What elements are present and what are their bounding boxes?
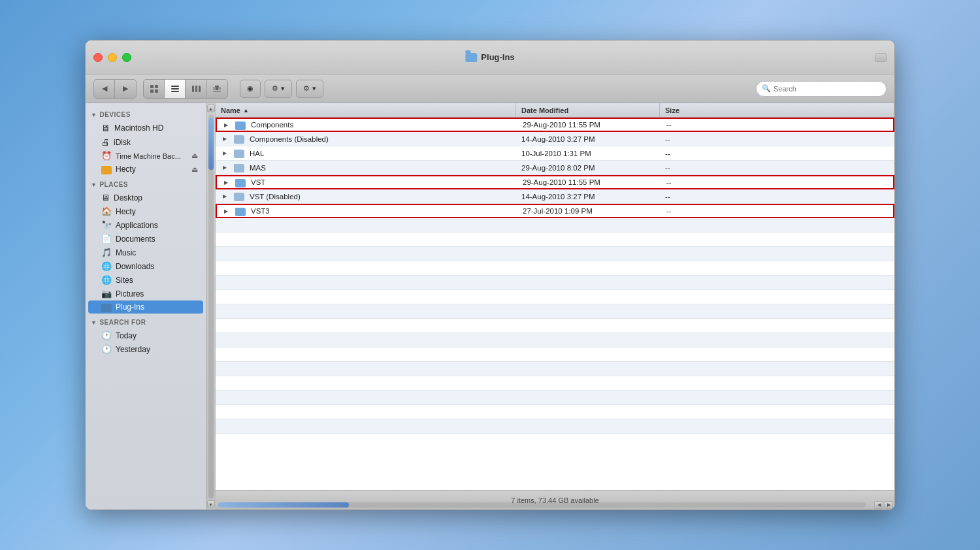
empty-row bbox=[216, 319, 894, 333]
action-button[interactable]: ⚙ ▾ bbox=[296, 80, 323, 98]
empty-row bbox=[216, 405, 894, 419]
gear-action-button[interactable]: ⚙ ▾ bbox=[265, 80, 292, 98]
search-box[interactable]: 🔍 bbox=[756, 81, 887, 97]
sidebar-item-plug-ins[interactable]: Plug-Ins bbox=[88, 300, 203, 314]
sidebar-item-desktop[interactable]: 🖥 Desktop bbox=[88, 191, 203, 204]
table-row[interactable]: VST 29-Aug-2010 11:55 PM -- bbox=[216, 175, 894, 189]
sidebar-item-label: Macintosh HD bbox=[114, 123, 163, 133]
sites-icon: 🌐 bbox=[101, 275, 112, 285]
file-size-cell: -- bbox=[661, 176, 893, 188]
col-header-date[interactable]: Date Modified bbox=[516, 103, 660, 117]
places-section: ▼ PLACES 🖥 Desktop 🏠 Hecty 🔭 Application… bbox=[86, 178, 206, 314]
devices-toggle[interactable]: ▼ bbox=[91, 112, 97, 118]
home-icon: 🏠 bbox=[101, 206, 112, 216]
svg-rect-13 bbox=[213, 91, 221, 92]
idisk-icon: 🖨 bbox=[101, 137, 110, 147]
empty-row bbox=[216, 348, 894, 362]
scroll-down-arrow[interactable]: ▼ bbox=[207, 500, 215, 508]
sidebar-item-sites[interactable]: 🌐 Sites bbox=[88, 273, 203, 287]
table-row[interactable]: MAS 29-Aug-2010 8:02 PM -- bbox=[216, 161, 894, 175]
scroll-up-arrow[interactable]: ▲ bbox=[207, 105, 215, 112]
view-buttons bbox=[143, 79, 228, 99]
folder-icon-components bbox=[235, 121, 246, 130]
forward-button[interactable]: ▶ bbox=[115, 80, 136, 98]
file-name-cell: HAL bbox=[216, 146, 516, 160]
hd-icon: 🖥 bbox=[101, 123, 110, 133]
file-name: HAL bbox=[250, 150, 264, 157]
resize-button[interactable] bbox=[875, 53, 887, 62]
expand-icon[interactable] bbox=[222, 121, 230, 129]
eject-icon-2[interactable]: ⏏ bbox=[191, 165, 198, 174]
sidebar-item-downloads[interactable]: 🌐 Downloads bbox=[88, 259, 203, 273]
file-date-cell: 10-Jul-2010 1:31 PM bbox=[516, 146, 660, 160]
devices-header: ▼ DEVICES bbox=[86, 108, 206, 121]
empty-row bbox=[216, 276, 894, 290]
sidebar-item-applications[interactable]: 🔭 Applications bbox=[88, 218, 203, 232]
sidebar-item-label: Music bbox=[116, 248, 136, 257]
coverflow-view-button[interactable] bbox=[206, 80, 227, 98]
sidebar-item-label: Downloads bbox=[116, 262, 154, 271]
hscroll-right-arrow[interactable]: ▶ bbox=[884, 501, 893, 509]
file-name: VST3 bbox=[251, 207, 270, 215]
table-row[interactable]: Components 29-Aug-2010 11:55 PM -- bbox=[216, 118, 894, 132]
file-name: VST bbox=[251, 178, 265, 186]
sidebar-item-label: Hecty bbox=[116, 165, 136, 174]
file-name: MAS bbox=[250, 164, 266, 172]
sidebar-item-pictures[interactable]: 📷 Pictures bbox=[88, 287, 203, 300]
col-header-name[interactable]: Name ▲ bbox=[216, 103, 516, 117]
action-icon: ⚙ bbox=[303, 84, 310, 93]
col-header-size[interactable]: Size bbox=[660, 103, 894, 117]
sidebar-item-hecty-home[interactable]: 🏠 Hecty bbox=[88, 204, 203, 218]
file-name: VST (Disabled) bbox=[250, 193, 301, 201]
close-button[interactable] bbox=[93, 53, 103, 62]
eye-icon: ◉ bbox=[247, 84, 253, 93]
list-view-button[interactable] bbox=[165, 80, 186, 98]
empty-row bbox=[216, 333, 894, 348]
toolbar: ◀ ▶ bbox=[86, 74, 894, 103]
table-row[interactable]: VST3 27-Jul-2010 1:09 PM -- bbox=[216, 204, 894, 218]
expand-icon[interactable] bbox=[221, 164, 229, 172]
file-date-cell: 29-Aug-2010 11:55 PM bbox=[517, 176, 661, 188]
sidebar-item-yesterday[interactable]: 🕐 Yesterday bbox=[88, 342, 203, 356]
sidebar-item-music[interactable]: 🎵 Music bbox=[88, 246, 203, 259]
gear-dropdown-arrow: ▾ bbox=[281, 84, 285, 93]
expand-icon[interactable] bbox=[222, 178, 230, 186]
table-row[interactable]: VST (Disabled) 14-Aug-2010 3:27 PM -- bbox=[216, 189, 894, 204]
icon-view-button[interactable] bbox=[144, 80, 165, 98]
back-button[interactable]: ◀ bbox=[94, 80, 115, 98]
file-date-cell: 14-Aug-2010 3:27 PM bbox=[516, 132, 660, 146]
file-size-cell: -- bbox=[660, 161, 894, 174]
expand-icon[interactable] bbox=[221, 193, 229, 201]
file-size-cell: -- bbox=[661, 119, 893, 131]
maximize-button[interactable] bbox=[122, 53, 131, 62]
file-date-cell: 14-Aug-2010 3:27 PM bbox=[516, 189, 660, 203]
sidebar-scroll-thumb[interactable] bbox=[208, 118, 214, 170]
finder-window: Plug-Ins ◀ ▶ bbox=[85, 40, 895, 510]
places-toggle[interactable]: ▼ bbox=[91, 182, 97, 188]
svg-rect-4 bbox=[171, 86, 179, 87]
sidebar-item-hecty[interactable]: Hecty ⏏ bbox=[88, 163, 203, 176]
empty-row bbox=[216, 304, 894, 319]
sidebar-item-today[interactable]: 🕐 Today bbox=[88, 329, 203, 342]
search-input[interactable] bbox=[774, 85, 881, 93]
table-row[interactable]: HAL 10-Jul-2010 1:31 PM -- bbox=[216, 146, 894, 161]
sidebar-item-idisk[interactable]: 🖨 iDisk bbox=[88, 135, 203, 149]
sidebar-item-macintosh-hd[interactable]: 🖥 Macintosh HD bbox=[88, 121, 203, 135]
sidebar-scrollbar[interactable]: ▲ ▼ bbox=[206, 103, 216, 510]
table-row[interactable]: Components (Disabled) 14-Aug-2010 3:27 P… bbox=[216, 132, 894, 146]
expand-icon[interactable] bbox=[222, 207, 230, 215]
eye-action-button[interactable]: ◉ bbox=[240, 80, 261, 98]
tm-icon: ⏰ bbox=[101, 151, 112, 161]
expand-icon[interactable] bbox=[221, 150, 229, 157]
titlebar: Plug-Ins bbox=[86, 40, 894, 74]
hscroll-left-arrow[interactable]: ◀ bbox=[874, 501, 883, 509]
sidebar-item-documents[interactable]: 📄 Documents bbox=[88, 232, 203, 246]
hscroll-thumb[interactable] bbox=[218, 502, 349, 508]
file-name-cell: Components bbox=[217, 119, 517, 131]
search-toggle[interactable]: ▼ bbox=[91, 319, 97, 326]
sidebar-item-time-machine[interactable]: ⏰ Time Machine Bac... ⏏ bbox=[88, 149, 203, 163]
minimize-button[interactable] bbox=[108, 53, 117, 62]
eject-icon[interactable]: ⏏ bbox=[191, 152, 198, 160]
column-view-button[interactable] bbox=[186, 80, 206, 98]
expand-icon[interactable] bbox=[221, 135, 229, 143]
